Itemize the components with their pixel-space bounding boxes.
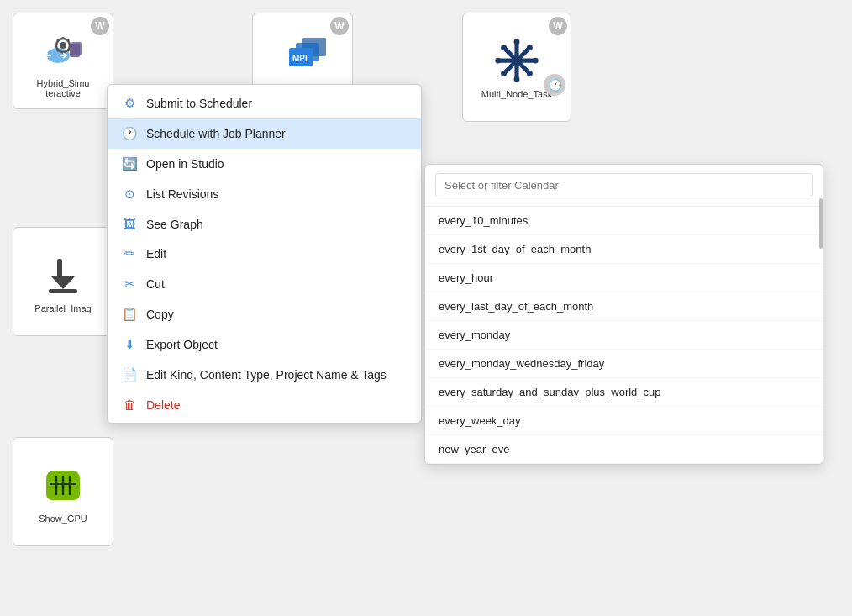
svg-point-23 bbox=[514, 76, 520, 82]
calendar-list: every_10_minutes every_1st_day_of_each_m… bbox=[425, 207, 823, 464]
node-parallel: Parallel_Imag bbox=[13, 227, 113, 336]
menu-label-schedule: Schedule with Job Planner bbox=[146, 127, 286, 140]
calendar-dropdown: every_10_minutes every_1st_day_of_each_m… bbox=[424, 164, 823, 465]
node-parallel-label: Parallel_Imag bbox=[34, 303, 91, 313]
menu-item-list-revisions[interactable]: ⊙ List Revisions bbox=[108, 179, 421, 209]
menu-label-export: Export Object bbox=[146, 338, 218, 351]
schedule-icon: 🕐 bbox=[121, 126, 138, 141]
cut-icon: ✂ bbox=[121, 276, 138, 292]
svg-marker-31 bbox=[50, 276, 76, 289]
svg-point-21 bbox=[513, 55, 521, 64]
node-multi: W bbox=[462, 13, 571, 122]
menu-label-submit: Submit to Scheduler bbox=[146, 97, 252, 110]
svg-point-22 bbox=[514, 39, 520, 45]
menu-label-list-revisions: List Revisions bbox=[146, 187, 218, 201]
calendar-item-1[interactable]: every_1st_day_of_each_month bbox=[425, 235, 823, 264]
svg-text:MPI: MPI bbox=[292, 54, 308, 63]
calendar-item-3[interactable]: every_last_day_of_each_month bbox=[425, 292, 823, 321]
svg-point-24 bbox=[495, 57, 501, 63]
svg-point-29 bbox=[501, 71, 507, 76]
list-revisions-icon: ⊙ bbox=[121, 187, 138, 202]
w-badge-mpi: W bbox=[330, 17, 349, 35]
calendar-item-2[interactable]: every_hour bbox=[425, 264, 823, 292]
node-gpu: Show_GPU bbox=[13, 437, 113, 546]
calendar-filter-input[interactable] bbox=[435, 173, 813, 197]
calendar-item-7[interactable]: every_week_day bbox=[425, 407, 823, 435]
svg-line-10 bbox=[57, 50, 59, 51]
menu-label-delete: Delete bbox=[146, 398, 180, 412]
copy-icon: 📋 bbox=[121, 307, 138, 322]
svg-point-2 bbox=[60, 42, 66, 49]
node-parallel-icon bbox=[38, 250, 88, 300]
menu-item-submit[interactable]: ⚙ Submit to Scheduler bbox=[108, 88, 421, 118]
node-hybrid-icon bbox=[38, 24, 88, 75]
menu-item-edit-kind[interactable]: 📄 Edit Kind, Content Type, Project Name … bbox=[108, 360, 421, 390]
calendar-item-6[interactable]: every_saturday_and_sunday_plus_world_cup bbox=[425, 378, 823, 407]
submit-icon: ⚙ bbox=[121, 96, 138, 111]
menu-label-copy: Copy bbox=[146, 308, 174, 321]
svg-point-27 bbox=[527, 71, 533, 76]
svg-point-25 bbox=[533, 57, 539, 63]
menu-item-cut[interactable]: ✂ Cut bbox=[108, 269, 421, 299]
menu-label-edit: Edit bbox=[146, 247, 166, 261]
edit-kind-icon: 📄 bbox=[121, 367, 138, 382]
calendar-scrollbar[interactable] bbox=[819, 198, 823, 249]
node-mpi-icon: MPI bbox=[277, 29, 328, 80]
node-multi-label: Multi_Node_Task bbox=[481, 89, 552, 99]
calendar-item-5[interactable]: every_monday_wednesday_friday bbox=[425, 350, 823, 378]
svg-line-8 bbox=[67, 50, 69, 51]
node-gpu-icon bbox=[38, 460, 88, 510]
w-badge-multi: W bbox=[549, 17, 567, 35]
edit-icon: ✏ bbox=[121, 246, 138, 261]
w-badge-hybrid: W bbox=[91, 17, 109, 35]
menu-item-edit[interactable]: ✏ Edit bbox=[108, 239, 421, 269]
menu-item-delete[interactable]: 🗑 Delete bbox=[108, 390, 421, 419]
menu-item-export[interactable]: ⬇ Export Object bbox=[108, 329, 421, 360]
node-hybrid-label: Hybrid_Simuteractive bbox=[37, 78, 90, 98]
svg-rect-32 bbox=[49, 289, 77, 293]
delete-icon: 🗑 bbox=[121, 398, 138, 412]
calendar-item-0[interactable]: every_10_minutes bbox=[425, 207, 823, 235]
menu-label-open-studio: Open in Studio bbox=[146, 157, 224, 171]
calendar-filter[interactable] bbox=[425, 165, 823, 207]
svg-point-28 bbox=[527, 45, 533, 50]
svg-point-26 bbox=[501, 45, 507, 50]
menu-item-open-studio[interactable]: 🔄 Open in Studio bbox=[108, 149, 421, 179]
export-icon: ⬇ bbox=[121, 337, 138, 352]
menu-label-see-graph: See Graph bbox=[146, 218, 203, 231]
canvas: W bbox=[0, 0, 852, 616]
menu-item-copy[interactable]: 📋 Copy bbox=[108, 299, 421, 329]
svg-line-9 bbox=[67, 39, 69, 41]
context-menu: ⚙ Submit to Scheduler 🕐 Schedule with Jo… bbox=[107, 84, 422, 424]
menu-label-edit-kind: Edit Kind, Content Type, Project Name & … bbox=[146, 368, 387, 382]
node-multi-icon bbox=[492, 35, 542, 86]
svg-rect-12 bbox=[70, 44, 80, 57]
see-graph-icon: 🖼 bbox=[121, 217, 138, 231]
menu-label-cut: Cut bbox=[146, 277, 165, 291]
node-hybrid: W bbox=[13, 13, 113, 109]
open-studio-icon: 🔄 bbox=[121, 156, 138, 171]
node-gpu-label: Show_GPU bbox=[39, 513, 87, 524]
calendar-item-4[interactable]: every_monday bbox=[425, 321, 823, 350]
svg-line-7 bbox=[57, 39, 59, 41]
svg-rect-30 bbox=[57, 259, 62, 277]
menu-item-see-graph[interactable]: 🖼 See Graph bbox=[108, 209, 421, 239]
clock-badge-multi: 🕐 bbox=[544, 74, 565, 96]
calendar-item-8[interactable]: new_year_eve bbox=[425, 435, 823, 464]
menu-item-schedule[interactable]: 🕐 Schedule with Job Planner bbox=[108, 118, 421, 149]
